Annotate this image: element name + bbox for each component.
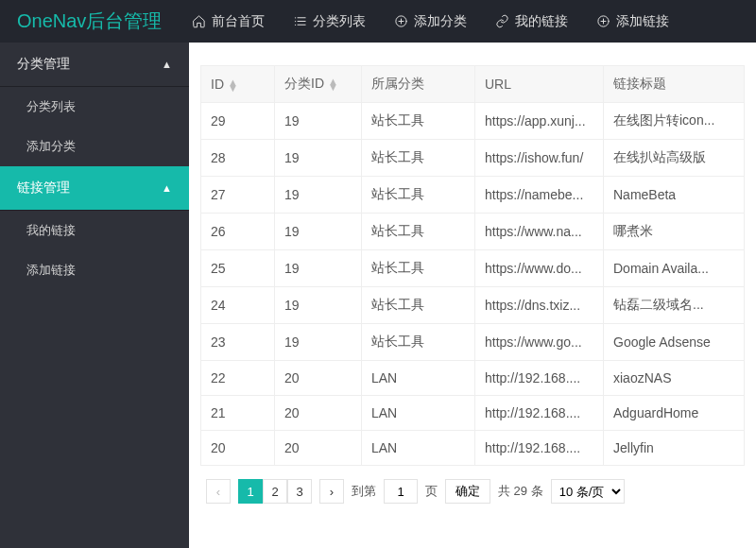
topnav-item-label: 前台首页 [212, 13, 265, 30]
cell-id: 22 [201, 361, 275, 396]
table-row[interactable]: 2120LANhttp://192.168....AdguardHome [201, 396, 745, 431]
top-nav: 前台首页分类列表添加分类我的链接添加链接 [179, 0, 682, 43]
cell-cat: LAN [362, 431, 475, 466]
topnav-item-label: 添加分类 [414, 13, 467, 30]
cell-id: 23 [201, 324, 275, 361]
cell-id: 25 [201, 250, 275, 287]
col-id[interactable]: ID▲▼ [201, 66, 275, 103]
sidebar-group-label: 分类管理 [17, 56, 70, 73]
pager-page-1[interactable]: 1 [238, 479, 263, 504]
table-row[interactable]: 2519站长工具https://www.do...Domain Availa..… [201, 250, 745, 287]
cell-cat: 站长工具 [362, 287, 475, 324]
cell-cat: 站长工具 [362, 140, 475, 177]
cell-url: http://192.168.... [475, 361, 604, 396]
cell-id: 27 [201, 177, 275, 214]
goto-label-post: 页 [425, 483, 438, 500]
topnav-item-3[interactable]: 我的链接 [482, 0, 581, 43]
topnav-item-label: 分类列表 [313, 13, 366, 30]
cell-cat_id: 19 [275, 214, 362, 250]
cell-url: https://www.na... [475, 214, 604, 250]
sidebar-item-1-1[interactable]: 添加链接 [0, 250, 189, 290]
pager-prev[interactable]: ‹ [206, 479, 231, 504]
cell-id: 21 [201, 396, 275, 431]
sidebar-item-0-0[interactable]: 分类列表 [0, 87, 189, 127]
cell-title: 哪煮米 [604, 214, 745, 250]
cell-cat: LAN [362, 396, 475, 431]
cell-url: http://192.168.... [475, 396, 604, 431]
topnav-item-0[interactable]: 前台首页 [179, 0, 278, 43]
cell-cat_id: 19 [275, 103, 362, 140]
sidebar-item-0-1[interactable]: 添加分类 [0, 127, 189, 166]
table-row[interactable]: 2419站长工具https://dns.txiz...钻磊二级域名... [201, 287, 745, 324]
cell-url: https://ishow.fun/ [475, 140, 604, 177]
sort-icon: ▲▼ [228, 79, 238, 91]
cell-cat_id: 19 [275, 250, 362, 287]
cell-title: AdguardHome [604, 396, 745, 431]
links-table: ID▲▼ 分类ID▲▼ 所属分类 URL 链接标题 2919站长工具https:… [200, 65, 745, 466]
pager-page-3[interactable]: 3 [287, 479, 312, 504]
cell-title: Google Adsense [604, 324, 745, 361]
cell-cat: 站长工具 [362, 103, 475, 140]
topnav-item-label: 添加链接 [616, 13, 669, 30]
cell-id: 26 [201, 214, 275, 250]
cell-id: 29 [201, 103, 275, 140]
cell-cat_id: 20 [275, 431, 362, 466]
topnav-item-4[interactable]: 添加链接 [583, 0, 682, 43]
col-cat-label: 所属分类 [371, 76, 424, 91]
cell-cat: 站长工具 [362, 324, 475, 361]
col-url-label: URL [485, 77, 511, 92]
per-page-select[interactable]: 10 条/页 [551, 479, 625, 504]
link-icon [495, 14, 509, 28]
svg-point-1 [295, 21, 296, 22]
cell-cat_id: 19 [275, 287, 362, 324]
cell-title: Domain Availa... [604, 250, 745, 287]
goto-page-input[interactable] [384, 479, 418, 504]
col-cat: 所属分类 [362, 66, 475, 103]
cell-cat_id: 19 [275, 324, 362, 361]
cell-cat_id: 20 [275, 361, 362, 396]
pager-total: 共 29 条 [498, 483, 543, 500]
main-content: ID▲▼ 分类ID▲▼ 所属分类 URL 链接标题 2919站长工具https:… [189, 43, 756, 548]
sidebar-item-1-0[interactable]: 我的链接 [0, 211, 189, 250]
table-row[interactable]: 2619站长工具https://www.na...哪煮米 [201, 214, 745, 250]
table-row[interactable]: 2719站长工具https://namebe...NameBeta [201, 177, 745, 214]
col-cat-id[interactable]: 分类ID▲▼ [275, 66, 362, 103]
sidebar-group-0[interactable]: 分类管理▲ [0, 43, 189, 87]
cell-url: https://dns.txiz... [475, 287, 604, 324]
sidebar: 分类管理▲分类列表添加分类链接管理▲我的链接添加链接 [0, 43, 189, 548]
col-title: 链接标题 [604, 66, 745, 103]
topnav-item-2[interactable]: 添加分类 [381, 0, 480, 43]
sidebar-group-1[interactable]: 链接管理▲ [0, 166, 189, 211]
cell-title: xiaozNAS [604, 361, 745, 396]
topnav-item-1[interactable]: 分类列表 [280, 0, 379, 43]
list-icon [293, 14, 307, 28]
goto-label-pre: 到第 [352, 483, 376, 500]
cell-title: 在线图片转icon... [604, 103, 745, 140]
home-icon [192, 14, 206, 28]
table-row[interactable]: 2919站长工具https://app.xunj...在线图片转icon... [201, 103, 745, 140]
cell-id: 28 [201, 140, 275, 177]
cell-cat_id: 19 [275, 140, 362, 177]
cell-url: https://www.do... [475, 250, 604, 287]
table-row[interactable]: 2819站长工具https://ishow.fun/在线扒站高级版 [201, 140, 745, 177]
pager-page-2[interactable]: 2 [263, 479, 287, 504]
sidebar-group-label: 链接管理 [17, 180, 70, 197]
chevron-up-icon: ▲ [162, 182, 172, 194]
col-url: URL [475, 66, 604, 103]
table-row[interactable]: 2319站长工具https://www.go...Google Adsense [201, 324, 745, 361]
plus-circle-icon [394, 14, 408, 28]
cell-cat: LAN [362, 361, 475, 396]
cell-title: NameBeta [604, 177, 745, 214]
brand-title: OneNav后台管理 [0, 9, 179, 34]
col-cat-id-label: 分类ID [284, 76, 324, 91]
col-id-label: ID [211, 77, 224, 92]
pager-next[interactable]: › [319, 479, 344, 504]
goto-confirm-button[interactable]: 确定 [445, 479, 490, 504]
table-row[interactable]: 2220LANhttp://192.168....xiaozNAS [201, 361, 745, 396]
table-row[interactable]: 2020LANhttp://192.168....Jellyfin [201, 431, 745, 466]
svg-point-0 [295, 17, 296, 18]
plus-circle-icon [596, 14, 610, 28]
cell-url: https://app.xunj... [475, 103, 604, 140]
cell-cat: 站长工具 [362, 250, 475, 287]
cell-title: 钻磊二级域名... [604, 287, 745, 324]
